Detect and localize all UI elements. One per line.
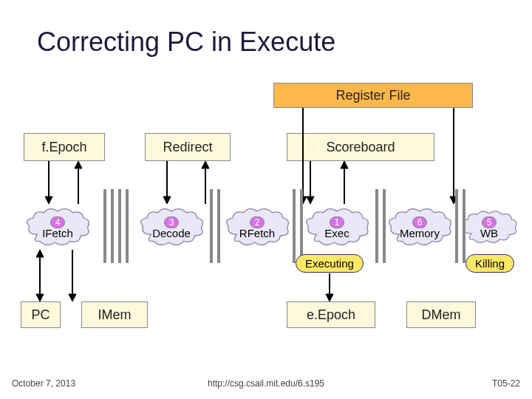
stage-memory: 6 Memory <box>386 205 454 250</box>
stage-wb: 5 WB <box>460 205 519 250</box>
pc-box: PC <box>21 301 61 328</box>
svg-marker-7 <box>202 161 209 168</box>
dmem-box: DMem <box>406 301 476 328</box>
svg-marker-5 <box>163 197 171 204</box>
stage-exec: 1 Exec <box>303 205 371 250</box>
slide-title: Correcting PC in Execute <box>37 27 335 58</box>
stage-label: RFetch <box>239 227 275 239</box>
imem-box: IMem <box>81 301 148 328</box>
svg-marker-20 <box>69 294 76 301</box>
queue-bar <box>455 189 466 263</box>
queue-bar <box>103 189 114 263</box>
stage-label: IFetch <box>42 227 73 239</box>
executing-pill: Executing <box>296 254 364 273</box>
stage-decode: 3 Decode <box>137 205 205 250</box>
redirect-box: Redirect <box>145 133 231 161</box>
svg-marker-18 <box>36 294 44 301</box>
stage-rfetch: 2 RFetch <box>223 205 291 250</box>
arrow-redirect-decode <box>160 161 174 205</box>
arrow-ifetch-pc <box>33 250 47 301</box>
queue-bar <box>293 189 303 263</box>
arrow-exec-eepoch <box>322 273 337 301</box>
svg-marker-22 <box>326 294 333 301</box>
stage-label: WB <box>480 227 498 239</box>
arrow-ifetch-down <box>65 250 80 301</box>
stage-label: Decode <box>152 227 191 239</box>
killing-pill: Killing <box>466 254 514 273</box>
fepoch-box: f.Epoch <box>24 133 105 161</box>
queue-bar <box>375 189 386 263</box>
svg-marker-1 <box>45 197 52 204</box>
arrow-fepoch-ifetch <box>41 161 56 205</box>
footer-date: October 7, 2013 <box>12 378 75 389</box>
arrow-ifetch-fepoch <box>71 161 86 205</box>
stage-label: Exec <box>324 227 349 239</box>
svg-marker-11 <box>341 161 348 168</box>
arrow-exec-scoreboard <box>337 161 352 205</box>
register-file-box: Register File <box>273 83 473 108</box>
svg-marker-3 <box>75 161 82 168</box>
queue-bar <box>118 189 129 263</box>
stage-ifetch: 4 IFetch <box>24 205 92 250</box>
eepoch-box: e.Epoch <box>287 301 375 328</box>
footer-page: T05-22 <box>492 378 520 389</box>
footer-url: http://csg.csail.mit.edu/6.s195 <box>208 378 324 389</box>
queue-bar <box>210 189 220 263</box>
svg-marker-17 <box>36 250 44 257</box>
stage-label: Memory <box>400 227 440 239</box>
